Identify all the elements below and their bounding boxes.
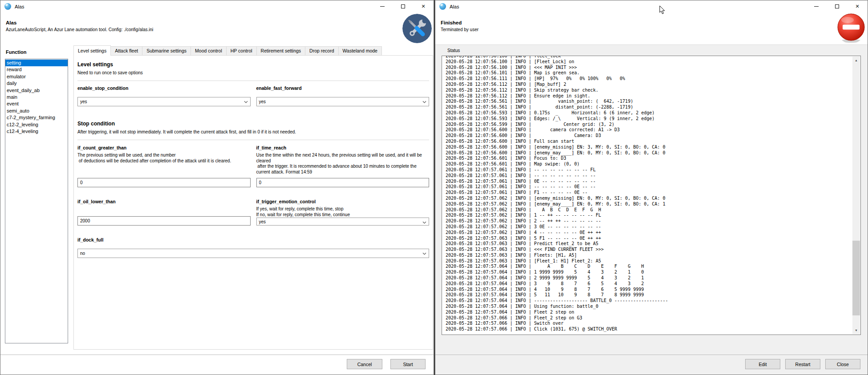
- window-title: Alas: [15, 4, 24, 9]
- if_oil_lower_than-input[interactable]: [77, 216, 251, 226]
- section-note-stop-condition: After triggering, it will not stop immed…: [77, 129, 429, 134]
- tab-level-settings[interactable]: Level settings: [73, 45, 111, 56]
- field-desc: Use the time within the next 24 hours, t…: [256, 153, 430, 175]
- field-if_time_reach: if_time_reach Use the time within the ne…: [256, 145, 430, 187]
- left-titlebar[interactable]: Alas ✕: [0, 0, 434, 12]
- field-label: if_dock_full: [77, 237, 429, 242]
- mouse-cursor: [659, 5, 665, 15]
- if_dock_full-select[interactable]: no: [77, 249, 429, 258]
- log-output[interactable]: 2020-05-28 12:07:56.100 | INFO | fleet_l…: [442, 56, 861, 335]
- desc-line: If no, wait for reply, complete this tim…: [256, 212, 350, 217]
- footer-divider: [0, 355, 434, 355]
- field-label: if_count_greater_than: [77, 145, 251, 150]
- desc-line: Use the time within the next 24 hours, t…: [256, 153, 423, 163]
- run-log-window: Alas ✕ Finished Terminated by user Statu…: [435, 0, 868, 375]
- right-titlebar[interactable]: Alas ✕: [435, 0, 868, 12]
- tab-submarine-settings[interactable]: Submarine settings: [142, 46, 191, 56]
- field-label: if_time_reach: [256, 145, 430, 150]
- field-if_count_greater_than: if_count_greater_than The previous setti…: [77, 145, 251, 187]
- if_time_reach-input[interactable]: [256, 178, 430, 187]
- select-value: yes: [259, 219, 266, 224]
- alas-app-icon: [439, 3, 446, 10]
- stop-icon: [836, 13, 866, 44]
- sidebar-item-setting[interactable]: setting: [5, 60, 68, 66]
- desc-line: after the trigger. It is recommended to …: [256, 164, 418, 174]
- sidebar-item-c12-2_leveling[interactable]: c12-2_leveling: [5, 121, 68, 128]
- start-button[interactable]: Start: [390, 359, 426, 369]
- field-label: if_trigger_emotion_control: [256, 199, 430, 204]
- field-label: enable_stop_condition: [77, 85, 251, 91]
- sidebar-item-reward[interactable]: reward: [5, 66, 68, 73]
- divider: [77, 140, 429, 140]
- sidebar-item-c12-4_leveling[interactable]: c12-4_leveling: [5, 128, 68, 135]
- log-clip: 2020-05-28 12:07:56.100 | INFO | fleet_l…: [442, 56, 852, 334]
- field-label: if_oil_lower_than: [77, 199, 251, 204]
- sidebar-item-c7-2_mystery_farming[interactable]: c7-2_mystery_farming: [5, 114, 68, 121]
- field-enable_stop_condition: enable_stop_condition yes: [77, 85, 251, 106]
- section-note-level-settings: Need to run once to save options: [77, 70, 429, 75]
- tab-mood-control[interactable]: Mood control: [191, 46, 227, 56]
- close-button[interactable]: ✕: [847, 0, 868, 12]
- enable_stop_condition-select[interactable]: yes: [77, 97, 251, 106]
- divider: [77, 81, 429, 81]
- chevron-down-icon: [422, 221, 426, 225]
- chevron-down-icon: [422, 252, 426, 256]
- sidebar-item-event[interactable]: event: [5, 101, 68, 107]
- run-status-title: Finished: [441, 20, 868, 25]
- select-value: yes: [80, 99, 87, 104]
- desc-line: If yes, wait for reply, complete this ti…: [256, 206, 344, 211]
- scrollbar-down-icon[interactable]: ▼: [852, 327, 860, 334]
- if_count_greater_than-input[interactable]: [77, 178, 251, 187]
- sidebar-item-main[interactable]: main: [5, 94, 68, 101]
- settings-window: Alas ✕ Alas AzurLaneAutoScript, An Azur …: [0, 0, 434, 375]
- settings-tabs: Level settingsAttack fleetSubmarine sett…: [73, 45, 381, 56]
- scrollbar-up-icon[interactable]: ▲: [852, 56, 860, 64]
- tab-wasteland-mode[interactable]: Wasteland mode: [338, 46, 382, 56]
- window-title: Alas: [450, 4, 459, 9]
- restart-button[interactable]: Restart: [785, 359, 820, 369]
- minimize-icon: [814, 6, 819, 7]
- footer-divider: [435, 355, 868, 355]
- maximize-button[interactable]: [827, 0, 847, 12]
- chevron-down-icon: [244, 100, 248, 104]
- sidebar-item-emulator[interactable]: emulator: [5, 73, 68, 80]
- edit-button[interactable]: Edit: [745, 359, 780, 369]
- tab-hp-control[interactable]: HP control: [226, 46, 257, 56]
- sidebar-item-event_daily_ab[interactable]: event_daily_ab: [5, 87, 68, 94]
- alas-app-icon: [4, 3, 11, 10]
- function-list[interactable]: settingrewardemulatordailyevent_daily_ab…: [5, 59, 68, 343]
- field-if_oil_lower_than: if_oil_lower_than: [77, 199, 251, 226]
- field-enable_fast_forward: enable_fast_forward yes: [256, 85, 430, 106]
- desc-line: of deductions will be deducted after com…: [77, 158, 231, 163]
- minimize-button[interactable]: [372, 0, 393, 12]
- tools-icon: [402, 14, 432, 43]
- left-header: Alas AzurLaneAutoScript, An Azur Lane au…: [0, 12, 434, 45]
- sidebar-item-semi_auto[interactable]: semi_auto: [5, 108, 68, 114]
- scrollbar-thumb[interactable]: [852, 241, 860, 315]
- if_trigger_emotion_control-select[interactable]: yes: [256, 218, 430, 226]
- select-value: yes: [259, 99, 266, 104]
- tab-retirement-settings[interactable]: Retirement settings: [256, 46, 305, 56]
- desc-line: The previous setting will be used, and t…: [77, 153, 176, 157]
- function-label: Function: [6, 49, 26, 55]
- log-scrollbar[interactable]: ▲ ▼: [852, 56, 860, 334]
- field-label: enable_fast_forward: [256, 85, 430, 91]
- close-icon: ✕: [855, 4, 859, 9]
- maximize-button[interactable]: [393, 0, 413, 12]
- right-header: Finished Terminated by user: [435, 12, 868, 45]
- close-button[interactable]: ✕: [413, 0, 434, 12]
- enable_fast_forward-select[interactable]: yes: [256, 97, 430, 106]
- section-title-stop-condition: Stop condition: [77, 121, 429, 127]
- minimize-button[interactable]: [806, 0, 827, 12]
- chevron-down-icon: [422, 100, 426, 104]
- sidebar-item-daily[interactable]: daily: [5, 80, 68, 87]
- close-icon: ✕: [421, 4, 425, 9]
- tab-drop-record[interactable]: Drop record: [305, 46, 338, 56]
- cancel-button[interactable]: Cancel: [347, 359, 382, 369]
- close-window-button[interactable]: Close: [825, 359, 860, 369]
- page-subtitle: AzurLaneAutoScript, An Azur Lane automat…: [6, 27, 434, 32]
- field-if_dock_full: if_dock_full no: [77, 237, 429, 258]
- tab-attack-fleet[interactable]: Attack fleet: [110, 46, 142, 56]
- level-settings-panel: Level settings Need to run once to save …: [73, 55, 433, 350]
- maximize-icon: [401, 4, 405, 8]
